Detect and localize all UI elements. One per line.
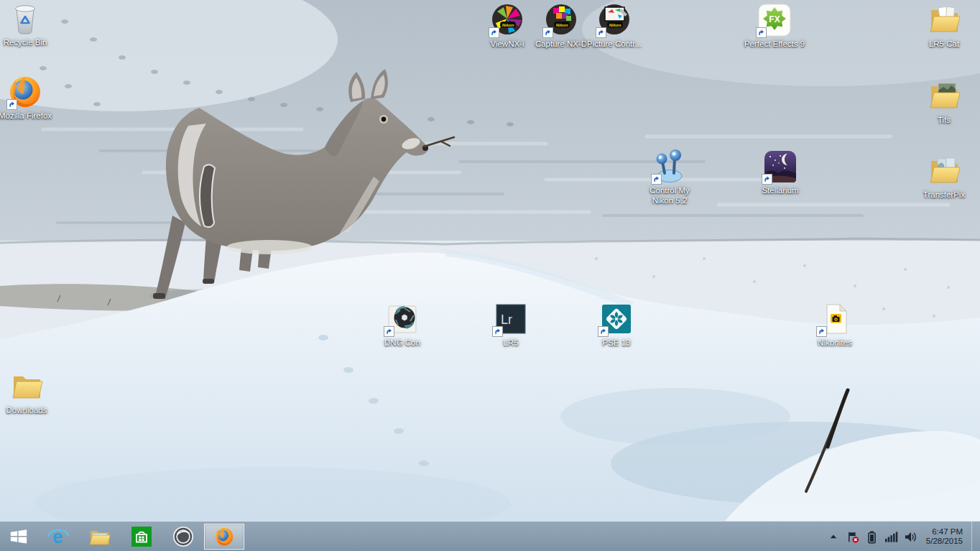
taskbar-button-internet-explorer[interactable]: e: [37, 522, 79, 551]
folder-icon: [9, 369, 44, 404]
shortcut-arrow-icon: [651, 174, 662, 185]
shortcut-arrow-icon: [542, 27, 553, 38]
desktop-icon-label: ViewNX-i: [490, 40, 524, 50]
windows-logo-icon: [9, 527, 28, 546]
show-desktop-button[interactable]: [971, 522, 976, 551]
desktop-icon-pse-13[interactable]: PSE 13: [582, 302, 651, 348]
svg-text:Nikon: Nikon: [556, 23, 568, 27]
desktop: Recycle Bin Mozilla Firefox Nikon: [0, 0, 980, 551]
speaker-icon: [905, 531, 917, 543]
volume-control[interactable]: [905, 522, 917, 551]
desktop-icon-dng-converter[interactable]: DNG Con: [368, 302, 437, 348]
shortcut-arrow-icon: [756, 27, 767, 38]
shortcut-arrow-icon: [384, 326, 394, 337]
folder-photos-icon: [927, 79, 961, 114]
shortcut-arrow-icon: [6, 99, 17, 110]
desktop-icon-picture-control[interactable]: Nikon Picture Contr...: [580, 3, 649, 50]
clock-time: 6:47 PM: [926, 527, 963, 537]
recycle-bin-icon: [8, 1, 42, 36]
wallpaper-deer-snow-scene: [0, 0, 980, 551]
windows-store-icon: [131, 527, 152, 547]
system-tray: 6:47 PM 5/28/2015: [827, 522, 976, 551]
desktop-icon-label: LR5: [503, 338, 518, 348]
desktop-icon-label: Control My Nikon 5.2: [638, 186, 701, 205]
signal-bars-icon: [885, 531, 898, 543]
desktop-icon-control-my-nikon[interactable]: Control My Nikon 5.2: [635, 149, 704, 205]
desktop-icon-perfect-effects-9[interactable]: FX Perfect Effects 9: [740, 3, 809, 50]
shortcut-arrow-icon: [596, 27, 606, 38]
file-explorer-icon: [89, 527, 111, 546]
action-center-flag[interactable]: [846, 522, 859, 551]
desktop-icon-downloads-folder[interactable]: Downloads: [0, 369, 61, 416]
desktop-icon-label: Mozilla Firefox: [0, 111, 52, 121]
desktop-icon-label: Stellarium: [762, 186, 798, 196]
desktop-icon-lightroom-5[interactable]: Lr LR5: [476, 302, 545, 348]
desktop-icon-lr5-cat-folder[interactable]: LR5 Cat: [910, 3, 979, 50]
taskbar-button-file-explorer[interactable]: [79, 522, 121, 551]
svg-text:FX: FX: [769, 14, 780, 24]
flag-alert-icon: [846, 530, 859, 544]
desktop-icon-tifs-folder[interactable]: Tifs: [910, 79, 979, 126]
svg-text:Lr: Lr: [501, 312, 512, 327]
show-hidden-icons-button[interactable]: [827, 522, 840, 551]
svg-text:Nikon: Nikon: [502, 23, 514, 27]
firefox-icon: [214, 527, 234, 547]
start-button[interactable]: [0, 522, 37, 551]
folder-documents-icon: [927, 3, 961, 37]
shortcut-arrow-icon: [762, 174, 772, 185]
desktop-icon-nikonites[interactable]: Nikonites: [800, 302, 869, 348]
shortcut-arrow-icon: [598, 326, 609, 337]
desktop-icon-label: Nikonites: [818, 338, 851, 348]
desktop-icon-label: TransferPix: [923, 190, 965, 200]
taskbar: e: [0, 521, 980, 551]
battery-icon: [867, 530, 877, 544]
clock-date: 5/28/2015: [926, 537, 963, 547]
taskbar-button-circle-app[interactable]: [162, 522, 204, 551]
chevron-up-icon: [829, 532, 838, 541]
taskbar-button-firefox[interactable]: [204, 524, 244, 550]
shortcut-arrow-icon: [492, 326, 503, 337]
desktop-icon-label: Picture Contr...: [587, 40, 642, 50]
desktop-icon-label: DNG Con: [384, 338, 420, 348]
shortcut-arrow-icon: [489, 27, 499, 38]
network-signal[interactable]: [885, 522, 898, 551]
desktop-icon-label: Perfect Effects 9: [744, 40, 805, 50]
desktop-icon-label: Recycle Bin: [4, 38, 47, 48]
taskbar-clock[interactable]: 6:47 PM 5/28/2015: [924, 527, 965, 547]
shortcut-arrow-icon: [816, 326, 827, 337]
desktop-icon-label: LR5 Cat: [929, 40, 959, 50]
battery-indicator[interactable]: [866, 522, 879, 551]
desktop-icon-mozilla-firefox[interactable]: Mozilla Firefox: [0, 75, 60, 121]
desktop-icon-recycle-bin[interactable]: Recycle Bin: [0, 1, 60, 48]
folder-pictures-icon: [927, 154, 961, 188]
taskbar-button-windows-store[interactable]: [121, 522, 162, 551]
internet-explorer-icon: e: [47, 526, 70, 547]
desktop-icon-label: PSE 13: [603, 338, 631, 348]
desktop-icon-stellarium[interactable]: Stellarium: [746, 149, 815, 196]
circle-app-icon: [172, 526, 194, 547]
desktop-icon-transferpix-folder[interactable]: TransferPix: [910, 154, 979, 200]
desktop-icon-label: Downloads: [6, 406, 47, 416]
svg-text:Nikon: Nikon: [609, 23, 621, 27]
desktop-icon-label: Tifs: [938, 116, 951, 126]
